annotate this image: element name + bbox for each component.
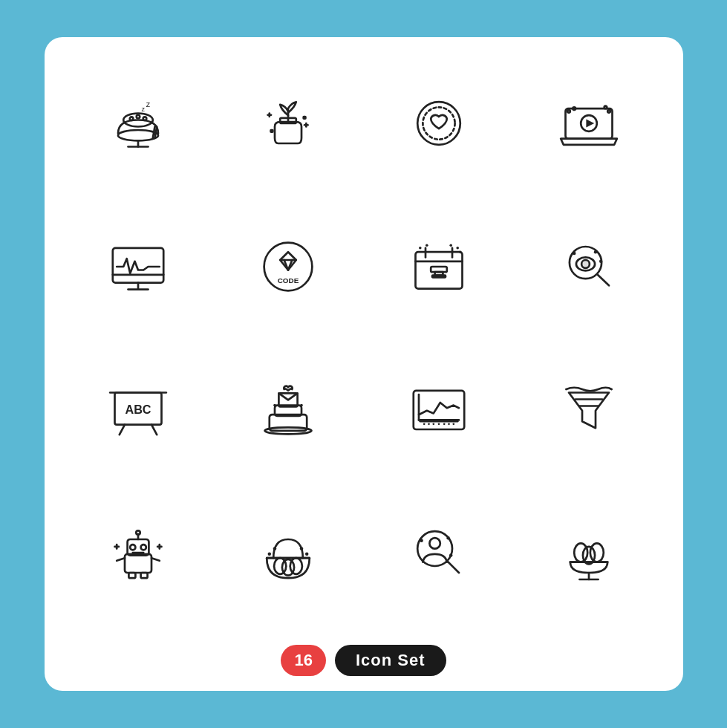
svg-point-99 [290, 558, 302, 574]
diamond-code-icon: CODE [224, 203, 353, 331]
svg-point-71 [423, 423, 426, 426]
svg-text:ABC: ABC [125, 403, 151, 417]
svg-point-72 [428, 423, 430, 426]
svg-point-68 [300, 404, 303, 407]
calendar-stamp-icon [375, 203, 503, 331]
svg-point-108 [420, 539, 423, 542]
svg-point-26 [607, 110, 610, 113]
search-food-icon [525, 203, 653, 331]
abc-board-icon: ABC [74, 345, 203, 474]
svg-text:CODE: CODE [278, 276, 299, 284]
svg-point-112 [590, 543, 604, 562]
badge-row: 16 Icon Set [281, 645, 446, 676]
svg-point-2 [130, 117, 134, 121]
svg-point-56 [594, 250, 598, 254]
svg-point-74 [437, 423, 440, 426]
icon-count-badge: 16 [281, 645, 325, 676]
svg-point-20 [423, 108, 454, 140]
main-card: z z [45, 37, 683, 691]
svg-point-109 [446, 536, 450, 540]
robot-icon [74, 489, 203, 617]
svg-point-75 [443, 423, 446, 426]
svg-line-54 [598, 275, 609, 285]
svg-rect-28 [113, 248, 163, 283]
laptop-video-icon [525, 59, 653, 188]
icon-set-label: Icon Set [335, 645, 446, 676]
filter-icon [525, 345, 653, 474]
food-bowl-icon: z z [74, 59, 203, 188]
svg-point-103 [273, 547, 277, 550]
svg-point-46 [426, 244, 428, 247]
svg-point-111 [574, 543, 587, 562]
svg-point-101 [268, 552, 272, 556]
icon-grid: z z [74, 59, 653, 617]
svg-point-3 [137, 115, 140, 119]
svg-point-19 [417, 102, 460, 145]
svg-point-27 [604, 106, 607, 109]
svg-rect-38 [415, 252, 462, 289]
svg-point-24 [567, 110, 570, 113]
svg-point-104 [300, 547, 304, 550]
easter-basket-icon [224, 489, 353, 617]
svg-point-73 [432, 423, 434, 426]
svg-point-67 [273, 404, 276, 407]
cake-love-icon [224, 345, 353, 474]
svg-point-0 [118, 130, 158, 140]
svg-text:z: z [146, 100, 150, 108]
svg-text:z: z [141, 105, 145, 113]
svg-rect-17 [271, 130, 273, 132]
svg-point-55 [573, 252, 576, 256]
plant-savings-icon [224, 59, 353, 188]
svg-point-76 [448, 423, 450, 426]
svg-point-106 [429, 538, 440, 548]
chart-display-icon [375, 345, 503, 474]
monitor-stats-icon [74, 203, 203, 331]
svg-point-110 [449, 553, 453, 557]
svg-point-49 [459, 250, 462, 253]
svg-point-4 [143, 117, 147, 121]
svg-point-48 [449, 244, 452, 247]
svg-point-47 [456, 247, 459, 250]
person-search-icon [375, 489, 503, 617]
svg-rect-91 [128, 573, 135, 578]
svg-line-60 [151, 425, 157, 435]
svg-marker-23 [587, 120, 595, 128]
svg-rect-82 [125, 554, 151, 573]
svg-point-77 [452, 423, 454, 426]
svg-point-86 [130, 545, 135, 550]
svg-line-89 [117, 558, 125, 561]
svg-point-45 [419, 247, 422, 250]
svg-point-102 [305, 552, 309, 556]
svg-point-85 [136, 530, 140, 534]
svg-rect-18 [304, 117, 306, 119]
svg-rect-44 [432, 275, 446, 277]
svg-point-87 [140, 545, 146, 550]
egg-cup-icon [525, 489, 653, 617]
svg-point-57 [599, 259, 603, 263]
svg-rect-92 [140, 573, 147, 578]
svg-line-59 [120, 425, 125, 435]
heart-coin-icon [375, 59, 503, 188]
svg-line-107 [447, 561, 458, 572]
svg-marker-33 [280, 252, 296, 270]
svg-line-90 [151, 558, 160, 561]
